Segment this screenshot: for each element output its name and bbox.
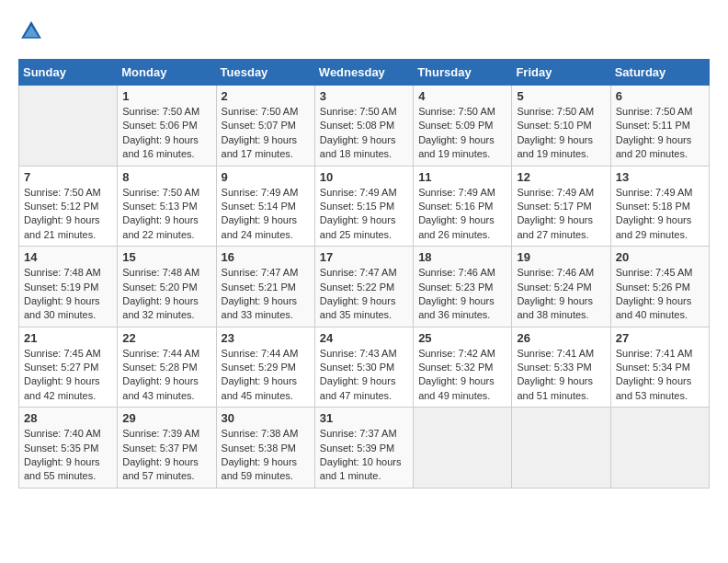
- day-info: Sunrise: 7:50 AM Sunset: 5:12 PM Dayligh…: [24, 186, 112, 243]
- calendar-cell: 6Sunrise: 7:50 AM Sunset: 5:11 PM Daylig…: [610, 86, 709, 167]
- logo-icon: [18, 18, 44, 44]
- day-number: 12: [517, 170, 605, 184]
- day-info: Sunrise: 7:44 AM Sunset: 5:28 PM Dayligh…: [122, 347, 210, 404]
- calendar-cell: 20Sunrise: 7:45 AM Sunset: 5:26 PM Dayli…: [610, 247, 709, 327]
- weekday-header-sunday: Sunday: [19, 60, 118, 86]
- day-number: 1: [122, 89, 210, 103]
- calendar-week-2: 7Sunrise: 7:50 AM Sunset: 5:12 PM Daylig…: [19, 166, 710, 247]
- calendar-cell: 18Sunrise: 7:46 AM Sunset: 5:23 PM Dayli…: [414, 247, 512, 327]
- weekday-header-tuesday: Tuesday: [216, 60, 314, 86]
- day-number: 19: [517, 250, 605, 264]
- calendar-cell: 12Sunrise: 7:49 AM Sunset: 5:17 PM Dayli…: [512, 166, 610, 247]
- weekday-header-saturday: Saturday: [610, 60, 709, 86]
- calendar-cell: 31Sunrise: 7:37 AM Sunset: 5:39 PM Dayli…: [314, 408, 413, 488]
- weekday-header-monday: Monday: [118, 60, 216, 86]
- day-info: Sunrise: 7:49 AM Sunset: 5:14 PM Dayligh…: [222, 186, 310, 243]
- weekday-header-row: SundayMondayTuesdayWednesdayThursdayFrid…: [19, 60, 710, 86]
- calendar-week-1: 1Sunrise: 7:50 AM Sunset: 5:06 PM Daylig…: [19, 86, 710, 167]
- calendar-cell: 28Sunrise: 7:40 AM Sunset: 5:35 PM Dayli…: [19, 408, 118, 488]
- calendar-cell: 14Sunrise: 7:48 AM Sunset: 5:19 PM Dayli…: [19, 247, 118, 327]
- calendar-cell: 4Sunrise: 7:50 AM Sunset: 5:09 PM Daylig…: [414, 86, 512, 167]
- calendar-week-5: 28Sunrise: 7:40 AM Sunset: 5:35 PM Dayli…: [19, 408, 710, 488]
- day-number: 26: [517, 331, 605, 345]
- day-info: Sunrise: 7:50 AM Sunset: 5:11 PM Dayligh…: [616, 105, 704, 162]
- page-header: [18, 18, 710, 44]
- day-info: Sunrise: 7:40 AM Sunset: 5:35 PM Dayligh…: [24, 427, 112, 484]
- day-info: Sunrise: 7:41 AM Sunset: 5:34 PM Dayligh…: [616, 347, 704, 404]
- calendar-cell: [610, 408, 709, 488]
- day-info: Sunrise: 7:49 AM Sunset: 5:17 PM Dayligh…: [517, 186, 605, 243]
- day-info: Sunrise: 7:50 AM Sunset: 5:13 PM Dayligh…: [122, 186, 210, 243]
- day-info: Sunrise: 7:50 AM Sunset: 5:08 PM Dayligh…: [320, 105, 408, 162]
- day-info: Sunrise: 7:47 AM Sunset: 5:22 PM Dayligh…: [320, 266, 408, 323]
- logo: [18, 18, 48, 44]
- day-info: Sunrise: 7:45 AM Sunset: 5:26 PM Dayligh…: [616, 266, 704, 323]
- day-number: 27: [616, 331, 704, 345]
- day-info: Sunrise: 7:49 AM Sunset: 5:18 PM Dayligh…: [616, 186, 704, 243]
- day-number: 5: [517, 89, 605, 103]
- calendar-week-3: 14Sunrise: 7:48 AM Sunset: 5:19 PM Dayli…: [19, 247, 710, 327]
- calendar-table: SundayMondayTuesdayWednesdayThursdayFrid…: [18, 59, 710, 488]
- day-number: 14: [24, 250, 112, 264]
- day-number: 16: [222, 250, 310, 264]
- day-info: Sunrise: 7:37 AM Sunset: 5:39 PM Dayligh…: [320, 427, 408, 484]
- day-number: 18: [418, 250, 506, 264]
- day-number: 17: [320, 250, 408, 264]
- day-number: 25: [418, 331, 506, 345]
- day-info: Sunrise: 7:43 AM Sunset: 5:30 PM Dayligh…: [320, 347, 408, 404]
- weekday-header-wednesday: Wednesday: [314, 60, 413, 86]
- calendar-cell: 13Sunrise: 7:49 AM Sunset: 5:18 PM Dayli…: [610, 166, 709, 247]
- day-number: 24: [320, 331, 408, 345]
- day-info: Sunrise: 7:46 AM Sunset: 5:23 PM Dayligh…: [418, 266, 506, 323]
- calendar-cell: 5Sunrise: 7:50 AM Sunset: 5:10 PM Daylig…: [512, 86, 610, 167]
- day-info: Sunrise: 7:49 AM Sunset: 5:15 PM Dayligh…: [320, 186, 408, 243]
- day-number: 30: [222, 411, 310, 425]
- calendar-cell: 23Sunrise: 7:44 AM Sunset: 5:29 PM Dayli…: [216, 327, 314, 408]
- day-info: Sunrise: 7:50 AM Sunset: 5:06 PM Dayligh…: [122, 105, 210, 162]
- day-info: Sunrise: 7:39 AM Sunset: 5:37 PM Dayligh…: [122, 427, 210, 484]
- weekday-header-friday: Friday: [512, 60, 610, 86]
- day-number: 11: [418, 170, 506, 184]
- calendar-cell: 8Sunrise: 7:50 AM Sunset: 5:13 PM Daylig…: [118, 166, 216, 247]
- calendar-cell: 7Sunrise: 7:50 AM Sunset: 5:12 PM Daylig…: [19, 166, 118, 247]
- day-info: Sunrise: 7:48 AM Sunset: 5:20 PM Dayligh…: [122, 266, 210, 323]
- calendar-cell: 29Sunrise: 7:39 AM Sunset: 5:37 PM Dayli…: [118, 408, 216, 488]
- day-number: 29: [122, 411, 210, 425]
- calendar-cell: 22Sunrise: 7:44 AM Sunset: 5:28 PM Dayli…: [118, 327, 216, 408]
- day-info: Sunrise: 7:41 AM Sunset: 5:33 PM Dayligh…: [517, 347, 605, 404]
- day-number: 28: [24, 411, 112, 425]
- weekday-header-thursday: Thursday: [414, 60, 512, 86]
- day-number: 23: [222, 331, 310, 345]
- day-number: 31: [320, 411, 408, 425]
- calendar-cell: [414, 408, 512, 488]
- calendar-cell: 1Sunrise: 7:50 AM Sunset: 5:06 PM Daylig…: [118, 86, 216, 167]
- calendar-cell: [512, 408, 610, 488]
- calendar-cell: 27Sunrise: 7:41 AM Sunset: 5:34 PM Dayli…: [610, 327, 709, 408]
- calendar-cell: 2Sunrise: 7:50 AM Sunset: 5:07 PM Daylig…: [216, 86, 314, 167]
- calendar-cell: 21Sunrise: 7:45 AM Sunset: 5:27 PM Dayli…: [19, 327, 118, 408]
- day-number: 6: [616, 89, 704, 103]
- day-number: 3: [320, 89, 408, 103]
- calendar-cell: 11Sunrise: 7:49 AM Sunset: 5:16 PM Dayli…: [414, 166, 512, 247]
- calendar-cell: [19, 86, 118, 167]
- calendar-cell: 24Sunrise: 7:43 AM Sunset: 5:30 PM Dayli…: [314, 327, 413, 408]
- calendar-cell: 30Sunrise: 7:38 AM Sunset: 5:38 PM Dayli…: [216, 408, 314, 488]
- day-info: Sunrise: 7:47 AM Sunset: 5:21 PM Dayligh…: [222, 266, 310, 323]
- day-info: Sunrise: 7:49 AM Sunset: 5:16 PM Dayligh…: [418, 186, 506, 243]
- day-info: Sunrise: 7:42 AM Sunset: 5:32 PM Dayligh…: [418, 347, 506, 404]
- calendar-cell: 9Sunrise: 7:49 AM Sunset: 5:14 PM Daylig…: [216, 166, 314, 247]
- day-number: 20: [616, 250, 704, 264]
- day-number: 13: [616, 170, 704, 184]
- calendar-week-4: 21Sunrise: 7:45 AM Sunset: 5:27 PM Dayli…: [19, 327, 710, 408]
- calendar-cell: 26Sunrise: 7:41 AM Sunset: 5:33 PM Dayli…: [512, 327, 610, 408]
- day-number: 4: [418, 89, 506, 103]
- day-info: Sunrise: 7:48 AM Sunset: 5:19 PM Dayligh…: [24, 266, 112, 323]
- day-number: 15: [122, 250, 210, 264]
- day-number: 10: [320, 170, 408, 184]
- day-info: Sunrise: 7:46 AM Sunset: 5:24 PM Dayligh…: [517, 266, 605, 323]
- day-number: 9: [222, 170, 310, 184]
- calendar-cell: 17Sunrise: 7:47 AM Sunset: 5:22 PM Dayli…: [314, 247, 413, 327]
- calendar-cell: 3Sunrise: 7:50 AM Sunset: 5:08 PM Daylig…: [314, 86, 413, 167]
- day-info: Sunrise: 7:50 AM Sunset: 5:09 PM Dayligh…: [418, 105, 506, 162]
- calendar-cell: 19Sunrise: 7:46 AM Sunset: 5:24 PM Dayli…: [512, 247, 610, 327]
